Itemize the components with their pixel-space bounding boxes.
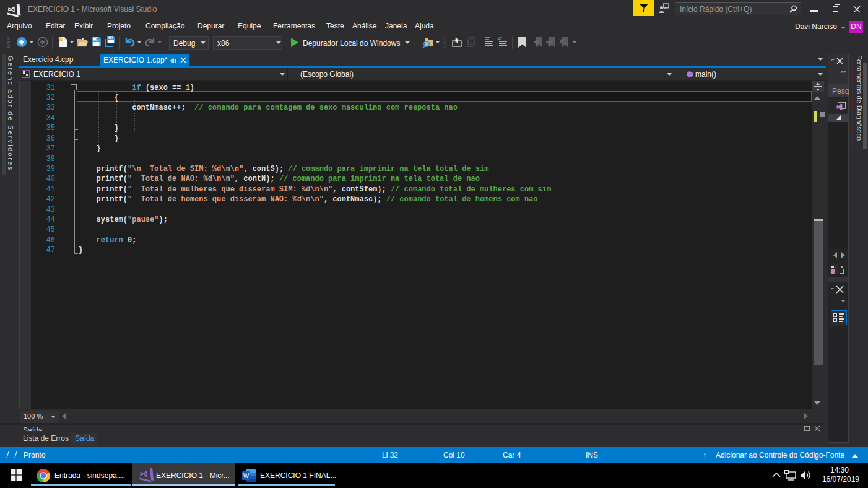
svg-text:W: W bbox=[243, 473, 250, 479]
